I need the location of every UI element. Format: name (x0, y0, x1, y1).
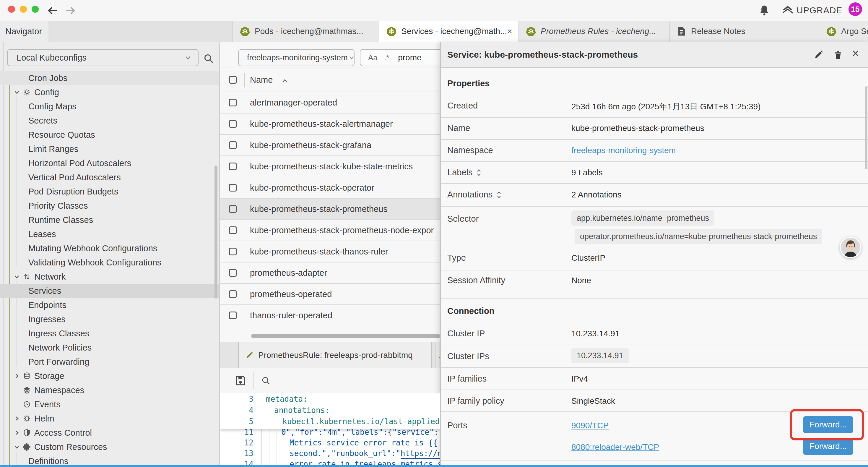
chevron-down-icon[interactable] (13, 89, 20, 95)
close-window-button[interactable] (8, 6, 15, 13)
chevron-down-icon[interactable] (13, 444, 20, 450)
sidebar-item-vertical-pod-autoscalers[interactable]: Vertical Pod Autoscalers (0, 170, 219, 184)
kubeconfig-selector[interactable]: Local Kubeconfigs (7, 49, 198, 66)
table-row[interactable]: kube-prometheus-stack-thanos-ruler (220, 241, 440, 262)
sidebar-group-storage[interactable]: Storage (0, 369, 219, 383)
editor-tab-prometheusrule[interactable]: PrometheusRule: freeleaps-prod-rabbitmq (238, 342, 432, 368)
port-link[interactable]: 9090/TCP (571, 421, 609, 430)
chevron-right-icon[interactable] (13, 415, 20, 422)
sidebar-item-ingress-classes[interactable]: Ingress Classes (0, 326, 219, 341)
sidebar-item-port-forwarding[interactable]: Port Forwarding (0, 355, 219, 369)
name-column-header[interactable]: Name (250, 75, 273, 85)
table-row[interactable]: kube-prometheus-stack-grafana (220, 135, 440, 156)
chevron-right-icon[interactable] (13, 430, 20, 436)
expand-collapse-icon[interactable] (476, 169, 481, 176)
sidebar-item-priority-classes[interactable]: Priority Classes (0, 199, 219, 213)
editor-sticky-line: 3 metadata: (220, 394, 440, 404)
sidebar-group-helm[interactable]: Helm (0, 411, 219, 426)
selector-chip: app.kubernetes.io/name=prometheus (571, 210, 714, 226)
sidebar-group-config[interactable]: Config (0, 85, 219, 99)
delete-trash-icon[interactable] (833, 50, 843, 60)
sidebar-item-mutating-webhook-configurations[interactable]: Mutating Webhook Configurations (0, 241, 219, 255)
row-checkbox[interactable] (229, 120, 237, 128)
regex-toggle[interactable]: .* (384, 53, 389, 62)
row-checkbox[interactable] (229, 290, 237, 298)
sidebar-item-ingresses[interactable]: Ingresses (0, 312, 219, 326)
tab-release-notes[interactable]: Release Notes (670, 21, 819, 42)
sidebar-item-events[interactable]: Events (0, 397, 219, 411)
row-checkbox[interactable] (229, 248, 237, 255)
details-scrollbar[interactable] (865, 86, 867, 169)
upgrade-icon[interactable] (782, 5, 794, 16)
table-row[interactable]: prometheus-adapter (220, 262, 440, 284)
row-checkbox[interactable] (229, 184, 237, 192)
chevron-right-icon[interactable] (13, 373, 20, 379)
upgrade-label[interactable]: UPGRADE (797, 5, 842, 16)
forward-arrow-icon[interactable] (64, 5, 76, 17)
namespace-link[interactable]: freeleaps-monitoring-system (571, 146, 676, 155)
sidebar-scrollbar[interactable] (215, 166, 217, 298)
sidebar-item-leases[interactable]: Leases (0, 227, 219, 241)
row-checkbox[interactable] (229, 312, 237, 319)
editor-search-icon[interactable] (261, 376, 271, 385)
sidebar-item-pod-disruption-budgets[interactable]: Pod Disruption Budgets (0, 184, 219, 199)
back-arrow-icon[interactable] (47, 5, 59, 17)
editor-tab-partial[interactable] (435, 342, 440, 368)
namespace-filter-dropdown[interactable]: freeleaps-monitoring-system (238, 49, 354, 66)
sidebar-item-runtime-classes[interactable]: Runtime Classes (0, 213, 219, 227)
navigator-panel-tab[interactable]: Navigator (0, 21, 49, 42)
tab-close-icon[interactable]: × (507, 27, 512, 36)
chevron-down-icon[interactable] (13, 273, 20, 280)
sidebar-item-resource-quotas[interactable]: Resource Quotas (0, 128, 219, 142)
sidebar-item-validating-webhook-configurations[interactable]: Validating Webhook Configurations (0, 255, 219, 269)
search-input[interactable]: Aa .* prome (360, 49, 440, 66)
sidebar-group-network[interactable]: Network (0, 269, 219, 284)
runbook-url-link[interactable]: https://net (401, 449, 440, 459)
sidebar-group-access-control[interactable]: Access Control (0, 426, 219, 440)
sidebar-item-cron-jobs[interactable]: Cron Jobs (0, 71, 219, 85)
sidebar-item-namespaces[interactable]: Namespaces (0, 383, 219, 397)
sidebar-item-network-policies[interactable]: Network Policies (0, 341, 219, 355)
row-checkbox[interactable] (229, 163, 237, 170)
minimize-window-button[interactable] (20, 6, 27, 13)
save-icon[interactable] (235, 375, 246, 386)
port-link[interactable]: 8080:reloader-web/TCP (571, 442, 659, 452)
tab-pods[interactable]: Pods - icecheng@mathmas... (232, 21, 379, 42)
table-row[interactable]: alertmanager-operated (220, 92, 440, 114)
sidebar-item-secrets[interactable]: Secrets (0, 114, 219, 128)
sidebar-item-limit-ranges[interactable]: Limit Ranges (0, 142, 219, 156)
zoom-window-button[interactable] (32, 6, 39, 13)
sidebar-group-custom-resources[interactable]: Custom Resources (0, 440, 219, 454)
notifications-bell-icon[interactable] (758, 4, 771, 17)
table-row-selected[interactable]: kube-prometheus-stack-prometheus (220, 199, 440, 220)
row-checkbox[interactable] (229, 205, 237, 213)
row-checkbox[interactable] (229, 226, 237, 234)
table-row[interactable]: kube-prometheus-stack-prometheus-node-ex… (220, 220, 440, 241)
sidebar-item-endpoints[interactable]: Endpoints (0, 298, 219, 312)
tab-argo[interactable]: Argo Se (819, 21, 868, 42)
expand-collapse-icon[interactable] (497, 191, 501, 199)
select-all-checkbox[interactable] (229, 76, 237, 84)
close-icon[interactable]: × (852, 47, 859, 59)
match-case-toggle[interactable]: Aa (368, 53, 378, 62)
table-row[interactable]: kube-prometheus-stack-operator (220, 177, 440, 199)
table-row[interactable]: thanos-ruler-operated (220, 305, 440, 326)
yaml-editor[interactable]: 11 0","for":"4m","labels":{"service": 12… (220, 393, 440, 465)
sidebar-search-icon[interactable] (203, 53, 214, 64)
table-row[interactable]: kube-prometheus-stack-kube-state-metrics (220, 156, 440, 177)
row-checkbox[interactable] (229, 269, 237, 276)
notification-count-badge[interactable]: 15 (848, 2, 862, 16)
tab-prometheus-rules[interactable]: Prometheus Rules - icecheng... (519, 21, 670, 42)
table-row[interactable]: kube-prometheus-stack-alertmanager (220, 114, 440, 135)
row-checkbox[interactable] (229, 141, 237, 149)
sidebar-item-services[interactable]: Services (0, 284, 219, 298)
table-row[interactable]: prometheus-operated (220, 284, 440, 305)
sidebar-item-horizontal-pod-autoscalers[interactable]: Horizontal Pod Autoscalers (0, 156, 219, 170)
sidebar-item-config-maps[interactable]: Config Maps (0, 99, 219, 114)
edit-pencil-icon[interactable] (814, 50, 824, 60)
horizontal-scrollbar[interactable] (251, 334, 440, 338)
row-checkbox[interactable] (229, 99, 237, 107)
sort-ascending-icon[interactable] (281, 78, 288, 84)
tab-services-active[interactable]: Services - icecheng@math... × (379, 21, 519, 42)
assistant-avatar[interactable] (840, 236, 862, 258)
